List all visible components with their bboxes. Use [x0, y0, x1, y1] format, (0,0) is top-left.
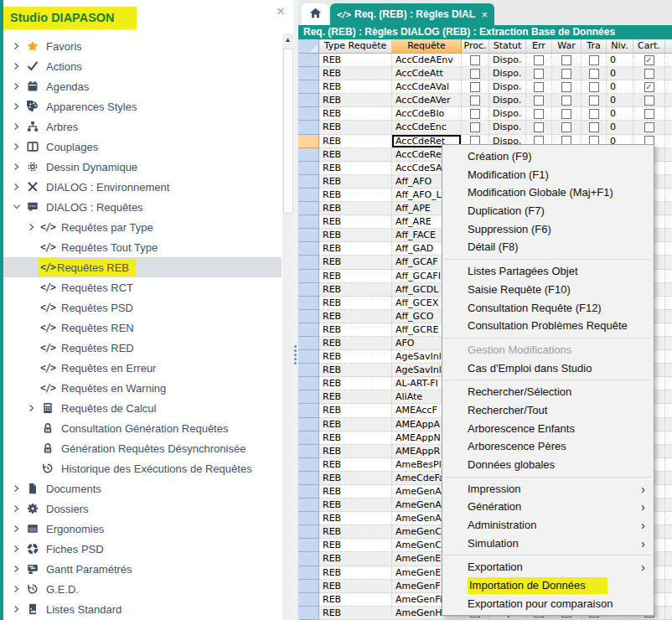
cell-type-requete[interactable]: REB — [319, 297, 392, 310]
row-header[interactable] — [298, 121, 319, 134]
cell-type-requete[interactable]: REB — [319, 377, 392, 390]
cell-type-requete[interactable]: REB — [319, 472, 392, 485]
cell-type-requete[interactable]: REB — [319, 80, 392, 94]
row-header[interactable] — [298, 364, 319, 377]
cell-type-requete[interactable]: REB — [319, 175, 392, 189]
menu-item-administration[interactable]: Administration› — [442, 516, 654, 535]
row-header[interactable] — [298, 256, 319, 269]
sidebar-item-requetes-de-calcul[interactable]: Requêtes de Calcul — [3, 398, 282, 418]
cell-statut[interactable]: Dispo. — [489, 94, 526, 107]
tra-checkbox[interactable] — [589, 69, 599, 79]
sidebar-item-requetes-par-type[interactable]: </>Requêtes par Type — [3, 217, 282, 237]
cell-type-requete[interactable]: REB — [319, 189, 392, 202]
menu-item-impression[interactable]: Impression› — [442, 480, 654, 499]
menu-item-duplication-f7[interactable]: Duplication (F7) — [442, 202, 654, 220]
sidebar-item-gantt-parametres[interactable]: Gantt Paramétrés — [3, 559, 282, 579]
cell-type-requete[interactable]: REB — [319, 94, 392, 107]
sidebar-item-dialog-environnement[interactable]: DIALOG : Environnement — [3, 177, 282, 197]
cell-type-requete[interactable]: REB — [319, 404, 392, 417]
row-header[interactable] — [298, 445, 319, 458]
sidebar-item-dessin-dynamique[interactable]: Dessin Dynamique — [3, 157, 282, 177]
cell-type-requete[interactable]: REB — [319, 310, 392, 323]
cell-type-requete[interactable]: REB — [319, 552, 392, 566]
row-header[interactable] — [298, 552, 319, 566]
chevron-right-icon[interactable] — [10, 101, 23, 111]
cell-type-requete[interactable]: REB — [319, 121, 392, 134]
cart-checkbox[interactable]: ✓ — [644, 82, 654, 92]
sidebar-item-requetes-rct[interactable]: </>Requêtes RCT — [3, 277, 282, 297]
scrollbar-thumb[interactable] — [283, 49, 293, 214]
chevron-right-icon[interactable] — [10, 162, 23, 172]
menu-item-suppression-f6[interactable]: Suppression (F6) — [442, 220, 654, 239]
menu-item-modification-globale-maj-f1[interactable]: Modification Globale (Maj+F1) — [442, 183, 654, 202]
cell-type-requete[interactable]: REB — [319, 107, 392, 121]
war-checkbox[interactable] — [561, 82, 571, 92]
sidebar-item-documents[interactable]: Documents — [3, 478, 282, 499]
row-header[interactable] — [298, 310, 319, 323]
err-checkbox[interactable] — [534, 109, 544, 119]
cell-type-requete[interactable]: REB — [319, 270, 392, 283]
cell-type-requete[interactable]: REB — [319, 539, 392, 552]
cell-type-requete[interactable]: REB — [319, 242, 392, 256]
cell-type-requete[interactable]: REB — [319, 458, 392, 472]
menu-item-consultation-requete-f12[interactable]: Consultation Requête (F12) — [442, 299, 654, 318]
row-header[interactable] — [298, 472, 319, 485]
sidebar-item-requetes-red[interactable]: </>Requêtes RED — [3, 338, 282, 358]
sidebar-item-requetes-ren[interactable]: </>Requêtes REN — [3, 318, 282, 338]
proc-checkbox[interactable] — [470, 82, 480, 92]
tra-checkbox[interactable] — [589, 96, 599, 106]
chevron-right-icon[interactable] — [10, 504, 23, 514]
row-header[interactable] — [298, 189, 319, 202]
sidebar-scrollbar[interactable]: ▲ — [282, 34, 293, 620]
sidebar-item-apparences-styles[interactable]: Apparences Styles — [3, 96, 282, 116]
cell-type-requete[interactable]: REB — [319, 499, 392, 512]
menu-item-arborescence-enfants[interactable]: Arborescence Enfants — [442, 420, 654, 438]
sidebar-item-agendas[interactable]: Agendas — [3, 76, 282, 96]
menu-item-detail-f8[interactable]: Détail (F8) — [442, 238, 654, 256]
cart-checkbox[interactable] — [644, 96, 654, 106]
row-header[interactable] — [298, 418, 319, 431]
row-header[interactable] — [298, 283, 319, 297]
menu-item-simulation[interactable]: Simulation› — [442, 535, 654, 553]
chevron-right-icon[interactable] — [25, 222, 39, 232]
row-header[interactable] — [298, 202, 319, 215]
cell-type-requete[interactable]: REB — [319, 256, 392, 269]
cell-requete[interactable]: AccCdeEnc — [392, 121, 462, 134]
chevron-down-icon[interactable] — [10, 202, 23, 212]
row-header[interactable] — [298, 431, 319, 445]
sidebar-item-requetes-reb[interactable]: </>Requêtes REB — [3, 257, 282, 277]
cell-statut[interactable]: Dispo. — [489, 54, 526, 67]
scrollbar-up-icon[interactable]: ▲ — [282, 36, 293, 44]
cell-type-requete[interactable]: REB — [319, 566, 392, 580]
row-header[interactable] — [298, 215, 319, 229]
war-checkbox[interactable] — [561, 109, 571, 119]
sidebar-item-arbres[interactable]: Arbres — [3, 116, 282, 137]
row-header[interactable] — [298, 175, 319, 189]
cell-type-requete[interactable]: REB — [319, 283, 392, 297]
select-all-corner[interactable] — [298, 39, 319, 54]
err-checkbox[interactable] — [534, 96, 544, 106]
chevron-right-icon[interactable] — [10, 584, 23, 594]
sidebar-item-ergonomies[interactable]: Ergonomies — [3, 519, 282, 539]
menu-item-rechercher-selection[interactable]: Rechercher/Sélection — [442, 383, 654, 401]
menu-item-donnees-globales[interactable]: Données globales — [442, 456, 654, 474]
chevron-right-icon[interactable] — [10, 182, 23, 192]
row-header[interactable] — [298, 458, 319, 472]
menu-item-arborescence-peres[interactable]: Arborescence Pères — [442, 437, 654, 456]
cell-type-requete[interactable]: REB — [319, 445, 392, 458]
cell-statut[interactable]: Dispo. — [489, 67, 526, 80]
menu-item-rechercher-tout[interactable]: Rechercher/Tout — [442, 401, 654, 420]
row-header[interactable] — [298, 94, 319, 107]
tab-close-icon[interactable]: × — [481, 8, 488, 21]
chevron-right-icon[interactable] — [10, 483, 23, 493]
menu-item-listes-partagees-objet[interactable]: Listes Partagées Objet — [442, 262, 654, 281]
column-header-niv[interactable]: Niv. — [607, 39, 633, 54]
sidebar-item-couplages[interactable]: Couplages — [3, 137, 282, 157]
sidebar-item-g-e-d[interactable]: G.E.D. — [3, 579, 282, 599]
chevron-right-icon[interactable] — [10, 142, 23, 152]
row-header[interactable] — [298, 539, 319, 552]
sidebar-close-icon[interactable]: × — [277, 3, 285, 20]
row-header[interactable] — [298, 297, 319, 310]
row-header[interactable] — [298, 607, 319, 620]
row-header[interactable] — [298, 525, 319, 539]
